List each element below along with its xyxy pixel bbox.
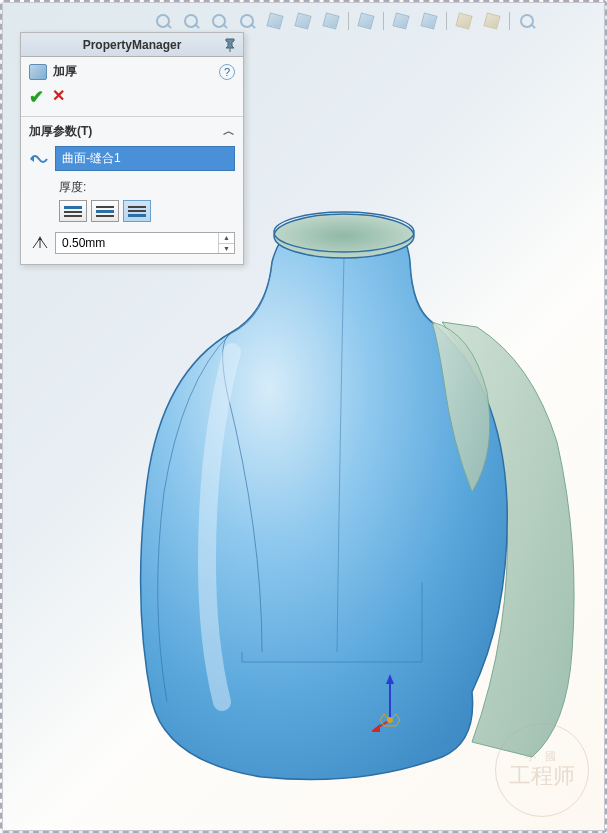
thicken-feature-icon xyxy=(29,64,47,80)
zoom-prev-icon[interactable] xyxy=(208,10,230,32)
thickness-spinner: ▲ ▼ xyxy=(218,233,234,253)
feature-title: 加厚 xyxy=(53,63,77,80)
svg-marker-3 xyxy=(38,236,42,240)
surface-select-icon[interactable] xyxy=(29,150,49,168)
surface-selection-row: 曲面-缝合1 xyxy=(29,146,235,171)
thicken-params-section: 加厚参数(T) ︿ 曲面-缝合1 厚度: xyxy=(21,116,243,264)
svg-marker-7 xyxy=(372,724,380,732)
view-toolbar xyxy=(152,8,585,34)
render-icon[interactable] xyxy=(418,10,440,32)
zoom-fit-icon[interactable] xyxy=(180,10,202,32)
gold-cube-icon[interactable] xyxy=(453,10,475,32)
pm-title: PropertyManager xyxy=(83,38,182,52)
full-screen-icon[interactable] xyxy=(516,10,538,32)
thickness-icon xyxy=(31,234,49,252)
collapse-icon[interactable]: ︿ xyxy=(223,123,235,140)
appearances-icon[interactable] xyxy=(292,10,314,32)
help-button[interactable]: ? xyxy=(219,64,235,80)
section-header[interactable]: 加厚参数(T) ︿ xyxy=(29,123,235,140)
svg-marker-5 xyxy=(386,674,394,684)
feature-header: 加厚 ? xyxy=(21,57,243,86)
separator xyxy=(446,12,447,30)
direction-buttons xyxy=(29,200,235,222)
separator xyxy=(383,12,384,30)
section-view-icon[interactable] xyxy=(236,10,258,32)
viewport-model[interactable] xyxy=(112,182,582,782)
pin-icon[interactable] xyxy=(221,36,239,54)
spinner-down[interactable]: ▼ xyxy=(219,244,234,254)
thickness-input[interactable] xyxy=(56,233,218,253)
separator xyxy=(348,12,349,30)
direction-side2-button[interactable] xyxy=(123,200,151,222)
property-manager-panel: PropertyManager 加厚 ? ✔ ✕ 加厚参数(T) ︿ xyxy=(20,32,244,265)
app-frame: PropertyManager 加厚 ? ✔ ✕ 加厚参数(T) ︿ xyxy=(0,0,607,833)
annotations-icon[interactable] xyxy=(390,10,412,32)
section-title: 加厚参数(T) xyxy=(29,123,92,140)
orientation-icon[interactable] xyxy=(264,10,286,32)
cancel-button[interactable]: ✕ xyxy=(52,86,65,108)
thickness-input-wrapper: ▲ ▼ xyxy=(55,232,235,254)
view-settings-icon[interactable] xyxy=(320,10,342,32)
separator xyxy=(509,12,510,30)
direction-both-button[interactable] xyxy=(91,200,119,222)
pm-titlebar: PropertyManager xyxy=(21,33,243,57)
hide-show-icon[interactable] xyxy=(355,10,377,32)
ok-cancel-row: ✔ ✕ xyxy=(21,86,243,116)
gold-cube2-icon[interactable] xyxy=(481,10,503,32)
ok-button[interactable]: ✔ xyxy=(29,86,44,108)
direction-side1-button[interactable] xyxy=(59,200,87,222)
selected-surface-field[interactable]: 曲面-缝合1 xyxy=(55,146,235,171)
zoom-window-icon[interactable] xyxy=(152,10,174,32)
thickness-row: ▲ ▼ xyxy=(29,232,235,254)
origin-triad[interactable] xyxy=(372,672,412,732)
thickness-label: 厚度: xyxy=(29,179,235,196)
spinner-up[interactable]: ▲ xyxy=(219,233,234,244)
torso-outer-surface xyxy=(141,219,508,779)
